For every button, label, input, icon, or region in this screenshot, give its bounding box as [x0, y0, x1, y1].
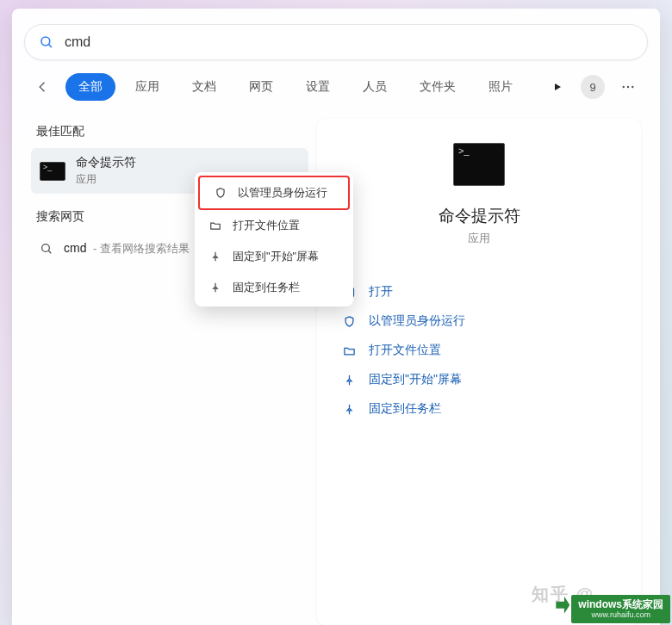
pin-icon — [341, 403, 357, 416]
watermark-line2: www.ruhaifu.com — [591, 610, 650, 620]
more-button[interactable] — [613, 72, 643, 102]
action-open[interactable]: 打开 — [338, 277, 620, 306]
svg-point-0 — [41, 37, 50, 46]
tab-documents[interactable]: 文档 — [179, 73, 229, 101]
result-subtitle: 应用 — [76, 172, 136, 187]
pin-icon — [341, 374, 357, 387]
tab-web[interactable]: 网页 — [236, 73, 286, 101]
action-label: 固定到"开始"屏幕 — [369, 372, 462, 387]
action-pin-to-taskbar[interactable]: 固定到任务栏 — [338, 394, 620, 424]
svg-point-3 — [627, 86, 629, 88]
action-run-as-admin[interactable]: 以管理员身份运行 — [338, 306, 620, 336]
ctx-pin-to-taskbar[interactable]: 固定到任务栏 — [195, 272, 353, 303]
result-title: 命令提示符 — [76, 155, 136, 170]
pin-icon — [208, 251, 222, 263]
ctx-label: 固定到任务栏 — [233, 280, 300, 295]
context-menu: 以管理员身份运行 打开文件位置 固定到"开始"屏幕 固定到任务栏 — [195, 172, 353, 306]
tab-all[interactable]: 全部 — [65, 73, 115, 101]
search-icon — [40, 242, 53, 256]
ctx-label: 以管理员身份运行 — [238, 185, 327, 201]
play-icon — [552, 82, 563, 92]
arrow-left-icon — [35, 79, 51, 95]
svg-point-5 — [42, 244, 50, 251]
results-count-badge[interactable]: 9 — [581, 75, 605, 99]
cmd-app-icon — [40, 162, 65, 181]
tab-people[interactable]: 人员 — [350, 73, 400, 101]
search-icon — [39, 34, 54, 50]
folder-icon — [341, 344, 357, 357]
svg-line-1 — [49, 45, 52, 47]
action-label: 打开 — [369, 284, 393, 300]
action-pin-to-start[interactable]: 固定到"开始"屏幕 — [338, 365, 620, 394]
play-button[interactable] — [543, 72, 572, 102]
web-item-title: cmd — [64, 241, 86, 255]
folder-icon — [208, 220, 222, 232]
action-label: 固定到任务栏 — [369, 401, 441, 417]
action-label: 打开文件位置 — [369, 343, 441, 358]
ctx-pin-to-start[interactable]: 固定到"开始"屏幕 — [195, 241, 353, 272]
svg-line-6 — [48, 251, 51, 253]
ctx-label: 打开文件位置 — [233, 218, 300, 233]
best-match-label: 最佳匹配 — [36, 124, 308, 139]
details-app-type: 应用 — [468, 231, 490, 246]
tab-photos[interactable]: 照片 — [476, 73, 526, 101]
search-input[interactable] — [65, 34, 633, 50]
shield-icon — [214, 187, 227, 199]
back-button[interactable] — [29, 73, 57, 101]
tab-apps[interactable]: 应用 — [122, 73, 172, 101]
ellipsis-icon — [620, 79, 636, 95]
ctx-run-as-admin[interactable]: 以管理员身份运行 — [198, 176, 350, 210]
filter-tabs: 全部 应用 文档 网页 设置 人员 文件夹 照片 9 — [12, 69, 660, 112]
shield-icon — [341, 315, 357, 328]
details-app-name: 命令提示符 — [439, 205, 520, 227]
svg-point-2 — [623, 86, 625, 88]
site-watermark-badge: windows系统家园 www.ruhaifu.com — [571, 595, 670, 623]
search-bar[interactable] — [24, 24, 648, 60]
svg-point-4 — [632, 86, 633, 88]
action-label: 以管理员身份运行 — [369, 313, 465, 329]
web-item-suffix: - 查看网络搜索结果 — [90, 242, 190, 255]
watermark-line1: windows系统家园 — [578, 598, 663, 610]
tab-settings[interactable]: 设置 — [293, 73, 343, 101]
details-pane: 命令提示符 应用 打开 以管理员身份运行 打开文件位置 固定到"开始"屏幕 — [317, 119, 641, 625]
ctx-open-file-location[interactable]: 打开文件位置 — [195, 210, 353, 241]
pin-icon — [208, 282, 222, 294]
tab-folders[interactable]: 文件夹 — [407, 73, 469, 101]
action-open-file-location[interactable]: 打开文件位置 — [338, 336, 620, 365]
cmd-large-icon — [453, 143, 505, 186]
ctx-label: 固定到"开始"屏幕 — [233, 249, 319, 264]
